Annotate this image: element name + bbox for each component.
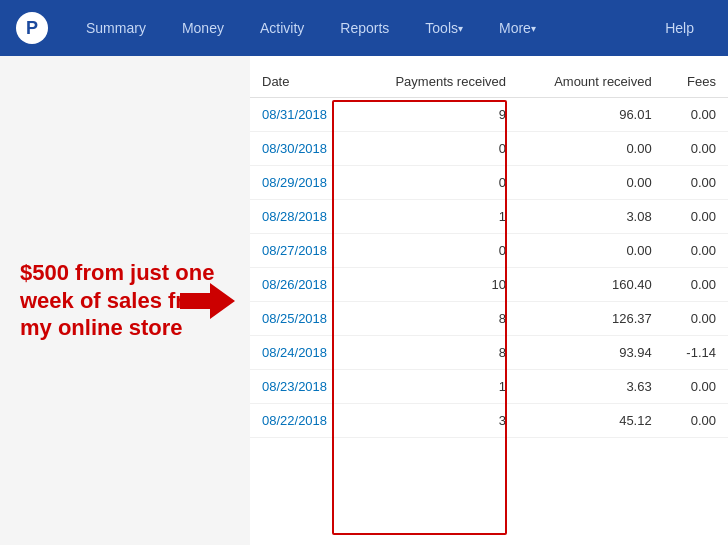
cell-fees: 0.00: [664, 200, 728, 234]
main-content: $500 from just one week of sales from my…: [0, 56, 728, 545]
table-row: 08/27/201800.000.00: [250, 234, 728, 268]
nav-activity[interactable]: Activity: [242, 0, 322, 56]
cell-fees: -1.14: [664, 336, 728, 370]
cell-payments: 1: [357, 370, 518, 404]
cell-date[interactable]: 08/27/2018: [250, 234, 357, 268]
cell-fees: 0.00: [664, 404, 728, 438]
table-row: 08/22/2018345.120.00: [250, 404, 728, 438]
nav-reports[interactable]: Reports: [322, 0, 407, 56]
cell-date[interactable]: 08/29/2018: [250, 166, 357, 200]
table-area: Date Payments received Amount received F…: [250, 56, 728, 545]
cell-fees: 0.00: [664, 302, 728, 336]
table-header-row: Date Payments received Amount received F…: [250, 66, 728, 98]
paypal-logo: P: [16, 12, 48, 44]
col-header-payments: Payments received: [357, 66, 518, 98]
nav-items: Summary Money Activity Reports Tools Mor…: [68, 0, 712, 56]
nav-help[interactable]: Help: [647, 0, 712, 56]
table-row: 08/30/201800.000.00: [250, 132, 728, 166]
table-row: 08/31/2018996.010.00: [250, 98, 728, 132]
cell-payments: 1: [357, 200, 518, 234]
nav-money[interactable]: Money: [164, 0, 242, 56]
cell-fees: 0.00: [664, 98, 728, 132]
col-header-amount: Amount received: [518, 66, 664, 98]
col-header-date: Date: [250, 66, 357, 98]
cell-date[interactable]: 08/26/2018: [250, 268, 357, 302]
cell-amount: 0.00: [518, 166, 664, 200]
annotation-area: $500 from just one week of sales from my…: [0, 56, 250, 545]
cell-date[interactable]: 08/25/2018: [250, 302, 357, 336]
cell-date[interactable]: 08/24/2018: [250, 336, 357, 370]
cell-date[interactable]: 08/22/2018: [250, 404, 357, 438]
nav-more[interactable]: More: [481, 0, 554, 56]
table-row: 08/23/201813.630.00: [250, 370, 728, 404]
table-row: 08/28/201813.080.00: [250, 200, 728, 234]
cell-amount: 3.08: [518, 200, 664, 234]
cell-date[interactable]: 08/31/2018: [250, 98, 357, 132]
cell-amount: 93.94: [518, 336, 664, 370]
cell-fees: 0.00: [664, 166, 728, 200]
cell-payments: 0: [357, 234, 518, 268]
cell-fees: 0.00: [664, 234, 728, 268]
nav-summary[interactable]: Summary: [68, 0, 164, 56]
cell-date[interactable]: 08/23/2018: [250, 370, 357, 404]
cell-amount: 160.40: [518, 268, 664, 302]
col-header-fees: Fees: [664, 66, 728, 98]
cell-date[interactable]: 08/30/2018: [250, 132, 357, 166]
cell-payments: 10: [357, 268, 518, 302]
table-row: 08/25/20188126.370.00: [250, 302, 728, 336]
cell-amount: 0.00: [518, 132, 664, 166]
navbar: P Summary Money Activity Reports Tools M…: [0, 0, 728, 56]
cell-payments: 8: [357, 336, 518, 370]
cell-fees: 0.00: [664, 132, 728, 166]
cell-amount: 96.01: [518, 98, 664, 132]
table-row: 08/26/201810160.400.00: [250, 268, 728, 302]
paypal-logo-letter: P: [26, 18, 38, 39]
cell-payments: 9: [357, 98, 518, 132]
annotation-text: $500 from just one week of sales from my…: [20, 259, 230, 342]
cell-amount: 3.63: [518, 370, 664, 404]
cell-amount: 0.00: [518, 234, 664, 268]
nav-tools[interactable]: Tools: [407, 0, 481, 56]
cell-date[interactable]: 08/28/2018: [250, 200, 357, 234]
data-table: Date Payments received Amount received F…: [250, 66, 728, 438]
cell-payments: 3: [357, 404, 518, 438]
cell-payments: 0: [357, 132, 518, 166]
cell-payments: 0: [357, 166, 518, 200]
cell-fees: 0.00: [664, 370, 728, 404]
cell-payments: 8: [357, 302, 518, 336]
cell-amount: 126.37: [518, 302, 664, 336]
cell-amount: 45.12: [518, 404, 664, 438]
cell-fees: 0.00: [664, 268, 728, 302]
table-row: 08/29/201800.000.00: [250, 166, 728, 200]
table-row: 08/24/2018893.94-1.14: [250, 336, 728, 370]
